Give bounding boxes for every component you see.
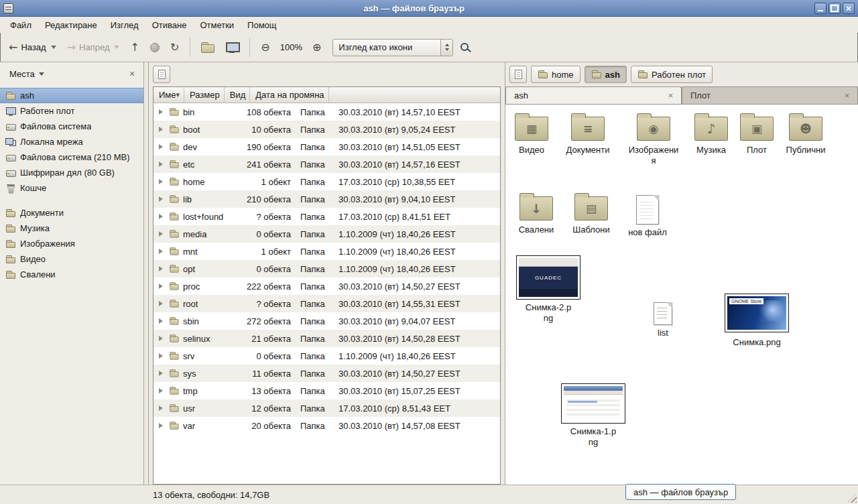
resize-grip[interactable] [847,493,857,503]
window-icon[interactable] [3,3,13,13]
column-header[interactable]: Вид [225,87,251,103]
column-header[interactable]: Име [154,87,184,103]
expander-icon[interactable] [159,353,166,359]
expander-icon[interactable] [159,231,166,237]
table-row[interactable]: selinux 21 обекта Папка 30.03.2010 (вт) … [154,330,500,347]
table-row[interactable]: etc 241 обекта Папка 30.03.2010 (вт) 14,… [154,155,500,173]
location-mini-button[interactable] [509,66,527,83]
home-button[interactable] [196,38,219,57]
table-row[interactable]: lib 210 обекта Папка 30.03.2010 (вт) 9,0… [154,190,500,208]
expander-icon[interactable] [159,405,166,411]
icon-view-item[interactable]: Видео [505,111,560,155]
breadcrumb-button[interactable]: Работен плот [631,66,713,83]
table-row[interactable]: bin 108 обекта Папка 30.03.2010 (вт) 14,… [154,103,500,121]
tab[interactable]: ash [505,86,682,104]
icon-view-item[interactable]: GNOME Store GNOME Store Снимка.png [723,294,790,348]
back-button[interactable]: ← Назад [4,38,61,57]
reload-button[interactable]: ↻ [166,38,184,57]
icon-view-item[interactable]: GUADEC GUADEC Снимка-2.png [515,255,582,323]
sidebar-close-icon[interactable] [126,68,138,80]
table-row[interactable]: dev 190 обекта Папка 30.03.2010 (вт) 14,… [154,138,500,155]
pane-splitter[interactable] [501,62,505,485]
icon-view-item[interactable]: нов файл [619,191,676,238]
zoom-in-button[interactable]: ⊕ [308,38,326,57]
sidebar-item[interactable]: Работен плот [0,103,143,119]
titlebar[interactable]: ash — файлов браузър [0,0,858,17]
minimize-button[interactable] [814,3,826,14]
column-header[interactable]: Размер [184,87,225,103]
icon-view-item[interactable]: Изображения [625,111,682,166]
sidebar-mode-select[interactable]: Места [5,67,48,81]
menu-item[interactable]: Изглед [105,19,145,32]
tab[interactable]: Плот [682,86,858,104]
expander-icon[interactable] [159,388,166,393]
expander-icon[interactable] [159,127,166,132]
expander-icon[interactable] [159,249,166,254]
breadcrumb-button[interactable]: ash [585,66,627,83]
expander-icon[interactable] [159,423,166,428]
menu-item[interactable]: Редактиране [39,19,103,32]
icon-view-item[interactable]: Снимка-1.png [560,383,627,447]
sidebar-item[interactable]: ash [0,88,143,103]
sidebar-item[interactable]: Шифриран дял (80 GB) [0,165,143,180]
sidebar-item[interactable]: Изображения [0,236,143,251]
icon-view-item[interactable]: list [634,298,692,338]
table-row[interactable]: srv 0 обекта Папка 1.10.2009 (чт) 18,40,… [154,347,500,365]
icon-view-item[interactable]: Документи [559,111,617,155]
icon-view-item[interactable]: Свалени [507,191,565,235]
expander-icon[interactable] [159,179,166,184]
expander-icon[interactable] [159,266,166,271]
expander-icon[interactable] [159,318,166,324]
expander-icon[interactable] [159,301,166,306]
menu-item[interactable]: Файл [4,19,38,32]
expander-icon[interactable] [159,196,166,202]
zoom-out-button[interactable]: ⊖ [256,38,274,57]
table-row[interactable]: root ? обекта Папка 30.03.2010 (вт) 14,5… [154,295,500,312]
expander-icon[interactable] [159,336,166,341]
up-button[interactable]: ↑ [125,38,143,57]
sidebar-item[interactable]: Видео [0,251,143,267]
breadcrumb-button[interactable]: home [531,66,580,83]
stop-button[interactable] [145,39,164,56]
location-mini-button[interactable] [153,66,170,83]
tab-close-icon[interactable] [842,90,852,101]
chevron-down-icon[interactable] [51,46,56,52]
table-row[interactable]: boot 10 обекта Папка 30.03.2010 (вт) 9,0… [154,121,500,138]
menu-item[interactable]: Отметки [194,19,240,32]
sidebar-item[interactable]: Кошче [0,180,143,196]
spin-arrows-icon[interactable] [440,40,452,56]
column-header[interactable]: Дата на промяна [250,87,328,103]
table-row[interactable]: tmp 13 обекта Папка 30.03.2010 (вт) 15,0… [154,382,500,399]
sidebar-item[interactable]: Музика [0,220,143,236]
expander-icon[interactable] [159,371,166,376]
menu-item[interactable]: Помощ [241,19,282,32]
expander-icon[interactable] [159,109,166,115]
expander-icon[interactable] [159,214,166,219]
sidebar-item[interactable]: Файлова система [0,119,143,134]
table-row[interactable]: mnt 1 обект Папка 1.10.2009 (чт) 18,40,2… [154,243,500,260]
table-row[interactable]: usr 12 обекта Папка 17.03.2010 (ср) 8,51… [154,399,500,417]
table-row[interactable]: opt 0 обекта Папка 1.10.2009 (чт) 18,40,… [154,260,500,277]
table-row[interactable]: var 20 обекта Папка 30.03.2010 (вт) 14,5… [154,417,500,434]
table-row[interactable]: lost+found ? обекта Папка 17.03.2010 (ср… [154,208,500,225]
forward-button[interactable]: → Напред [62,38,125,57]
icon-view-item[interactable]: Шаблони [562,191,620,235]
close-button[interactable] [843,3,855,14]
expander-icon[interactable] [159,144,166,149]
pane-splitter[interactable] [144,62,149,485]
expander-icon[interactable] [159,162,166,167]
sidebar-item[interactable]: Файлова система (210 MB) [0,149,143,165]
search-button[interactable] [454,38,477,58]
tab-close-icon[interactable] [666,90,676,101]
table-row[interactable]: sys 11 обекта Папка 30.03.2010 (вт) 14,5… [154,365,500,382]
table-row[interactable]: home 1 обект Папка 17.03.2010 (ср) 10,38… [154,173,500,190]
expander-icon[interactable] [159,284,166,289]
menu-item[interactable]: Отиване [146,19,193,32]
view-mode-select[interactable]: Изглед като икони [332,39,453,56]
sidebar-item[interactable]: Локална мрежа [0,134,143,149]
table-row[interactable]: media 0 обекта Папка 1.10.2009 (чт) 18,4… [154,225,500,243]
table-row[interactable]: sbin 272 обекта Папка 30.03.2010 (вт) 9,… [154,312,500,330]
computer-button[interactable] [221,38,243,57]
maximize-button[interactable] [829,3,841,14]
icon-view[interactable]: Видео Документи [505,105,858,485]
